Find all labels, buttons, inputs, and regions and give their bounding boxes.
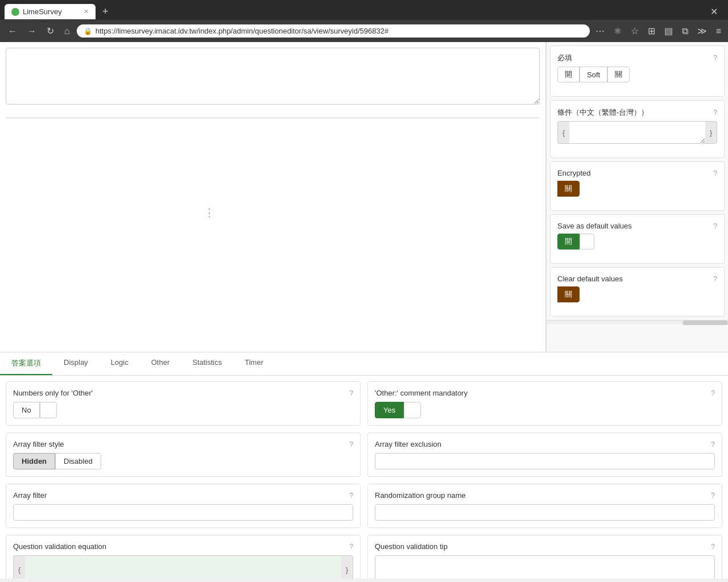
array-filter-style-label: Array filter style (13, 440, 64, 448)
close-window-icon[interactable]: ✕ (705, 4, 723, 19)
reload-button[interactable]: ↻ (43, 23, 57, 39)
browser-tab[interactable]: LimeSurvey ✕ (5, 4, 96, 19)
favicon-icon (11, 8, 19, 16)
validation-tip-label: Question validation tip (375, 542, 448, 551)
array-filter-style-help-icon[interactable]: ? (349, 440, 353, 448)
randomization-label: Randomization group name (375, 491, 466, 500)
condition-label: 條件（中文（繁體-台灣）） (557, 107, 648, 118)
tab-other-grid: Numbers only for 'Other' ? No 'Other:' c… (6, 381, 722, 579)
validation-tip-textarea[interactable] (375, 555, 715, 579)
mandatory-label: 必填 (557, 53, 572, 63)
condition-section: 條件（中文（繁體-台灣）） ? { } (550, 100, 725, 158)
array-filter-label: Array filter (13, 491, 47, 500)
drag-handle[interactable]: ⋮ (202, 204, 217, 221)
randomization-input[interactable] (375, 504, 715, 521)
mandatory-close-btn[interactable]: 關 (607, 66, 630, 82)
scrollbar-thumb[interactable] (682, 321, 728, 325)
clear-default-help-icon[interactable]: ? (713, 275, 717, 283)
tabs-bar: 答案選項 Display Logic Other Statistics Time… (0, 352, 728, 376)
tab-display[interactable]: Display (52, 352, 100, 375)
other-comment-yes-btn[interactable]: Yes (375, 402, 404, 418)
condition-input-wrap: { } (557, 121, 717, 144)
save-default-open-btn[interactable]: 開 (557, 234, 580, 250)
clear-default-close-btn[interactable]: 關 (557, 286, 580, 302)
tab-answer-options[interactable]: 答案選項 (0, 352, 52, 375)
filter-style-group: Hidden Disabled (13, 453, 353, 469)
encrypted-section: Encrypted ? 關 (550, 161, 725, 211)
extensions-button[interactable]: ⧉ (680, 25, 690, 38)
validation-eq-label: Question validation equation (13, 542, 106, 551)
encrypted-help-icon[interactable]: ? (713, 169, 717, 177)
star-button[interactable]: ☆ (628, 24, 641, 38)
validation-eq-prefix: { (13, 555, 25, 579)
address-bar[interactable]: 🔒 https://limesurvey.imacat.idv.tw/index… (77, 24, 590, 38)
validation-eq-textarea[interactable] (25, 555, 341, 579)
tab-timer[interactable]: Timer (233, 352, 275, 375)
pocket-button[interactable]: ⚛ (611, 24, 624, 38)
forward-button[interactable]: → (24, 24, 40, 39)
mandatory-open-btn[interactable]: 開 (557, 66, 580, 82)
mandatory-soft-btn[interactable]: Soft (580, 66, 607, 82)
text-editor[interactable] (6, 48, 540, 105)
url-text: https://limesurvey.imacat.idv.tw/index.p… (96, 27, 583, 35)
left-editor-panel (0, 42, 546, 352)
validation-eq-card: Question validation equation ? { } (6, 535, 361, 579)
mandatory-section: 必填 ? 開 Soft 關 (550, 45, 725, 97)
menu-button[interactable]: ≡ (714, 25, 723, 38)
randomization-help-icon[interactable]: ? (711, 492, 715, 500)
numbers-only-card: Numbers only for 'Other' ? No (6, 381, 361, 426)
tab-other[interactable]: Other (140, 352, 181, 375)
condition-help-icon[interactable]: ? (713, 109, 717, 117)
numbers-only-help-icon[interactable]: ? (349, 389, 353, 397)
condition-prefix: { (557, 121, 569, 144)
randomization-card: Randomization group name ? (367, 484, 722, 528)
filter-disabled-btn[interactable]: Disabled (55, 453, 101, 469)
condition-suffix: } (705, 121, 717, 144)
sidebar-button[interactable]: ▤ (662, 24, 675, 38)
mandatory-help-icon[interactable]: ? (713, 54, 717, 62)
tab-statistics[interactable]: Statistics (181, 352, 233, 375)
array-filter-exclusion-card: Array filter exclusion ? (367, 433, 722, 477)
array-filter-exclusion-input[interactable] (375, 453, 715, 469)
numbers-only-toggle: No (13, 402, 353, 418)
array-filter-exclusion-label: Array filter exclusion (375, 440, 441, 448)
array-filter-help-icon[interactable]: ? (349, 492, 353, 500)
clear-default-label: Clear default values (557, 275, 623, 283)
other-comment-label: 'Other:' comment mandatory (375, 389, 468, 397)
save-default-label: Save as default values (557, 222, 632, 230)
close-tab-icon[interactable]: ✕ (84, 8, 89, 15)
back-button[interactable]: ← (5, 24, 20, 39)
library-button[interactable]: ⊞ (646, 24, 657, 38)
encrypted-toggle-group: 關 (557, 181, 717, 197)
filter-hidden-btn[interactable]: Hidden (13, 453, 55, 469)
new-tab-button[interactable]: + (98, 3, 113, 20)
array-filter-input[interactable] (13, 504, 353, 521)
tabs-container: 答案選項 Display Logic Other Statistics Time… (0, 352, 728, 579)
validation-tip-help-icon[interactable]: ? (711, 543, 715, 551)
array-filter-card: Array filter ? (6, 484, 361, 528)
validation-eq-help-icon[interactable]: ? (349, 543, 353, 551)
lock-icon: 🔒 (84, 27, 92, 35)
more-button[interactable]: ⋯ (593, 24, 607, 38)
home-button[interactable]: ⌂ (61, 24, 73, 39)
right-settings-panel: 必填 ? 開 Soft 關 條件（中文（繁體-台灣）） ? (546, 42, 728, 352)
other-comment-help-icon[interactable]: ? (711, 389, 715, 397)
clear-default-toggle-group: 關 (557, 286, 717, 302)
numbers-only-yes-btn[interactable] (40, 402, 57, 418)
save-default-toggle-group: 開 (557, 234, 717, 250)
save-default-section: Save as default values ? 開 (550, 214, 725, 264)
mandatory-toggle-group: 開 Soft 關 (557, 66, 717, 82)
other-comment-card: 'Other:' comment mandatory ? Yes (367, 381, 722, 426)
save-default-help-icon[interactable]: ? (713, 222, 717, 230)
validation-eq-wrap: { } (13, 555, 353, 579)
tab-logic[interactable]: Logic (100, 352, 140, 375)
scrollbar-area (547, 320, 728, 325)
other-comment-no-btn[interactable] (404, 402, 421, 418)
encrypted-close-btn[interactable]: 關 (557, 181, 580, 197)
tab-other-content: Numbers only for 'Other' ? No 'Other:' c… (0, 376, 728, 579)
condition-textarea[interactable] (569, 121, 705, 144)
save-default-close-btn[interactable] (580, 234, 594, 250)
overflow-button[interactable]: ≫ (695, 24, 709, 38)
array-filter-exclusion-help-icon[interactable]: ? (711, 440, 715, 448)
numbers-only-no-btn[interactable]: No (13, 402, 40, 418)
